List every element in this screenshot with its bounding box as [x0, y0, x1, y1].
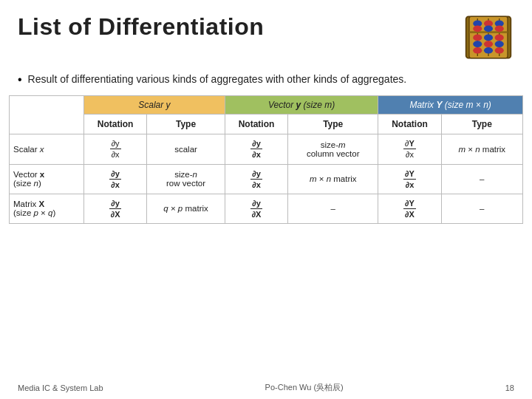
- fraction: ∂Y ∂X: [403, 199, 416, 219]
- cell-s-m-notation: ∂y ∂X: [83, 194, 146, 223]
- cell-m-s-notation: ∂Y ∂x: [378, 134, 441, 164]
- svg-point-7: [473, 25, 482, 32]
- svg-point-18: [495, 35, 504, 41]
- table-row: Vector x(size n) ∂y ∂x size-nrow vector …: [10, 164, 523, 194]
- cell-m-v-notation: ∂Y ∂x: [378, 164, 441, 194]
- svg-point-11: [495, 25, 504, 32]
- cell-m-v-type: –: [441, 164, 522, 194]
- cell-s-m-type: q × p matrix: [147, 194, 225, 223]
- slide: List of Differentiation: [0, 0, 532, 399]
- svg-point-16: [484, 41, 493, 47]
- notation-header-3: Notation: [378, 115, 441, 134]
- cell-s-v-type: size-nrow vector: [147, 164, 225, 194]
- fraction: ∂Y ∂x: [403, 169, 416, 189]
- row-label-matrix: Matrix X(size p × q): [10, 194, 84, 223]
- header: List of Differentiation: [0, 0, 532, 69]
- cell-v-v-type: m × n matrix: [288, 164, 378, 194]
- footer-right: 18: [505, 383, 514, 392]
- fraction: ∂Y ∂x: [403, 139, 416, 159]
- cell-m-m-type: –: [441, 194, 522, 223]
- footer-center: Po-Chen Wu (吳柏辰): [265, 382, 344, 393]
- row-label-vector: Vector x(size n): [10, 164, 84, 194]
- corner-cell: [10, 96, 84, 134]
- footer: Media IC & System Lab Po-Chen Wu (吳柏辰) 1…: [18, 382, 514, 393]
- cell-s-s-notation: ∂y ∂x: [83, 134, 146, 164]
- svg-point-9: [484, 25, 493, 32]
- cell-s-v-notation: ∂y ∂x: [83, 164, 146, 194]
- cell-v-m-notation: ∂y ∂X: [225, 194, 287, 223]
- fraction: ∂y ∂x: [109, 169, 121, 189]
- type-header-3: Type: [441, 115, 522, 134]
- fraction: ∂y ∂x: [250, 139, 262, 159]
- fraction: ∂y ∂x: [250, 169, 262, 189]
- bullet-point: •: [18, 72, 22, 88]
- cell-v-s-notation: ∂y ∂x: [225, 134, 287, 164]
- matrix-header: Matrix Y (size m × n): [378, 96, 523, 115]
- svg-point-13: [473, 41, 482, 47]
- notation-header-2: Notation: [225, 115, 287, 134]
- sub-header-row: Notation Type Notation Type Notation Typ…: [10, 115, 523, 134]
- cell-v-v-notation: ∂y ∂x: [225, 164, 287, 194]
- type-header-2: Type: [288, 115, 378, 134]
- svg-point-17: [484, 47, 493, 54]
- table-row: Scalar x ∂y ∂x scalar ∂y ∂x: [10, 134, 523, 164]
- svg-point-20: [495, 47, 504, 54]
- table-row: Matrix X(size p × q) ∂y ∂X q × p matrix …: [10, 194, 523, 223]
- bullet-text: Result of differentiating various kinds …: [28, 72, 407, 87]
- cell-m-s-type: m × n matrix: [441, 134, 522, 164]
- row-label-scalar: Scalar x: [10, 134, 84, 164]
- svg-point-14: [473, 47, 482, 54]
- abacus-icon: [463, 13, 514, 61]
- fraction: ∂y ∂x: [110, 139, 121, 159]
- footer-left: Media IC & System Lab: [18, 383, 103, 392]
- fraction: ∂y ∂X: [250, 199, 263, 219]
- page-title: List of Differentiation: [18, 13, 264, 41]
- type-header-1: Type: [147, 115, 225, 134]
- svg-point-19: [495, 41, 504, 47]
- scalar-header: Scalar y: [83, 96, 225, 115]
- cell-v-m-type: –: [288, 194, 378, 223]
- svg-point-15: [484, 35, 493, 41]
- differentiation-table: Scalar y Vector y (size m) Matrix Y (siz…: [9, 95, 523, 224]
- cell-m-m-notation: ∂Y ∂X: [378, 194, 441, 223]
- fraction: ∂y ∂X: [109, 199, 122, 219]
- notation-header-1: Notation: [83, 115, 146, 134]
- col-header-row: Scalar y Vector y (size m) Matrix Y (siz…: [10, 96, 523, 115]
- svg-point-12: [473, 35, 482, 41]
- table-container: Scalar y Vector y (size m) Matrix Y (siz…: [0, 95, 532, 224]
- bullet-section: • Result of differentiating various kind…: [0, 69, 532, 94]
- vector-header: Vector y (size m): [225, 96, 378, 115]
- cell-v-s-type: size-mcolumn vector: [288, 134, 378, 164]
- cell-s-s-type: scalar: [147, 134, 225, 164]
